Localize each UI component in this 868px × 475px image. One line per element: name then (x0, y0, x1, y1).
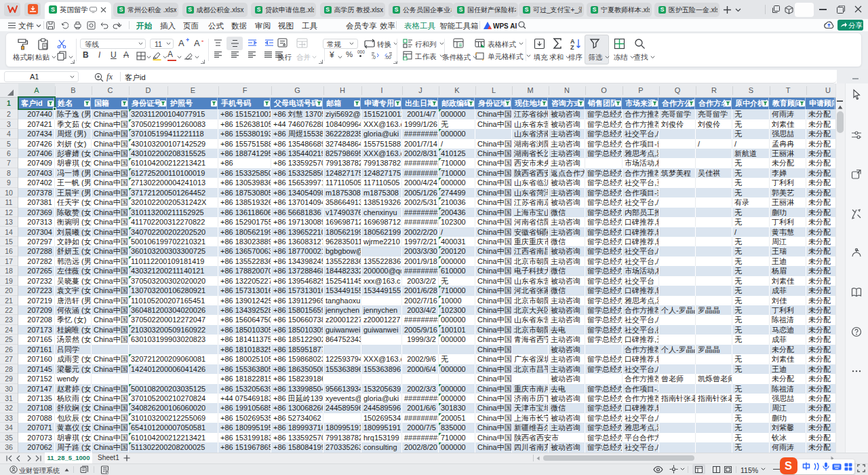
svg-text:Z: Z (570, 44, 574, 50)
svg-text:.0: .0 (372, 55, 376, 60)
